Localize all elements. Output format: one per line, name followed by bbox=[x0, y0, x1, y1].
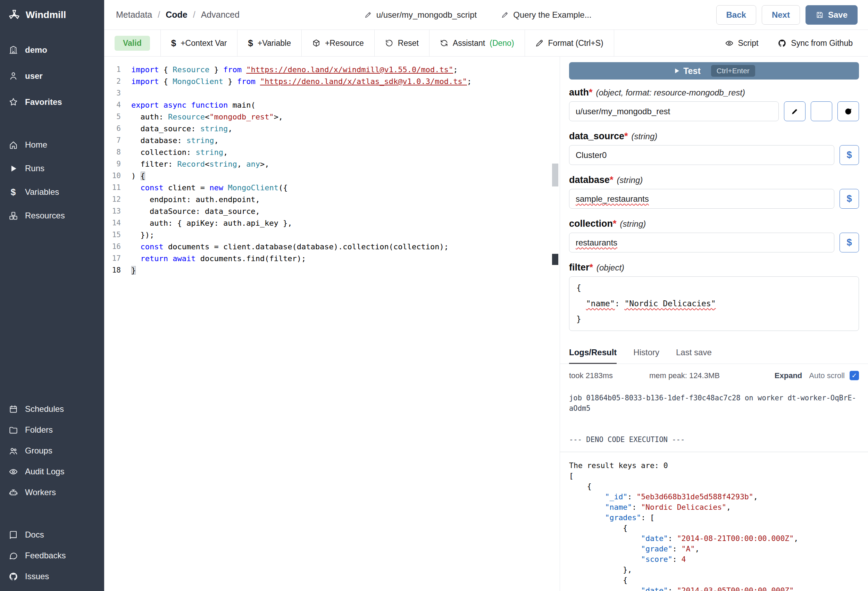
field-type-hint: (string) bbox=[620, 219, 646, 229]
toolbar-context-var[interactable]: $+Context Var bbox=[161, 30, 238, 56]
run-form: auth*(object, format: resource-mongodb_r… bbox=[569, 80, 859, 331]
toolbar-button-label: +Context Var bbox=[180, 38, 227, 48]
json-editor-filter[interactable]: { "name": "Nordic Delicacies"} bbox=[569, 276, 859, 331]
breadcrumb: Metadata/Code/Advanced bbox=[116, 10, 239, 20]
toolbar-format-ctrl-s[interactable]: Format (Ctrl+S) bbox=[525, 30, 614, 56]
field-name: data_source bbox=[569, 131, 624, 142]
user-icon bbox=[8, 71, 18, 81]
edit-resource-button[interactable] bbox=[784, 101, 806, 121]
toolbar-button-label: Assistant bbox=[453, 38, 485, 48]
required-asterisk: * bbox=[624, 131, 628, 142]
sidebar-item-demo[interactable]: demo bbox=[0, 37, 104, 63]
resource-input-row: u/user/my_mongodb_rest bbox=[569, 101, 859, 121]
tab-last-save[interactable]: Last save bbox=[676, 347, 712, 363]
expand-button[interactable]: Expand bbox=[775, 371, 802, 380]
star-icon bbox=[8, 97, 18, 106]
result-line: "score": 4 bbox=[569, 554, 859, 564]
sidebar-item-variables[interactable]: $Variables bbox=[0, 180, 104, 204]
sidebar-item-groups[interactable]: Groups bbox=[0, 440, 104, 461]
breadcrumb-advanced[interactable]: Advanced bbox=[201, 10, 239, 20]
topbar-center: u/user/my_mongodb_script Query the Examp… bbox=[239, 10, 716, 20]
toolbar-resource[interactable]: +Resource bbox=[302, 30, 375, 56]
toolbar-reset[interactable]: Reset bbox=[375, 30, 430, 56]
sidebar-item-feedbacks[interactable]: Feedbacks bbox=[0, 545, 104, 566]
line-number: 15 bbox=[104, 230, 131, 239]
code-text: return await documents.find(filter); bbox=[131, 254, 306, 263]
script-summary[interactable]: Query the Example... bbox=[501, 10, 591, 20]
app-title: Windmill bbox=[26, 9, 66, 21]
sidebar-item-runs[interactable]: Runs bbox=[0, 157, 104, 180]
tab-logs-result[interactable]: Logs/Result bbox=[569, 347, 617, 364]
insert-variable-button[interactable]: $ bbox=[840, 233, 859, 253]
test-button[interactable]: Test Ctrl+Enter bbox=[569, 62, 859, 80]
line-number: 18 bbox=[104, 266, 131, 274]
line-number: 1 bbox=[104, 65, 131, 74]
sidebar-item-resources[interactable]: Resources bbox=[0, 204, 104, 228]
toolbar-button-label: Format (Ctrl+S) bbox=[548, 38, 604, 48]
workspace-logo[interactable]: Windmill bbox=[0, 0, 104, 30]
field-label-database: database*(string) bbox=[569, 175, 859, 185]
line-number: 17 bbox=[104, 254, 131, 263]
text-input-collection[interactable]: restaurants bbox=[569, 233, 834, 253]
toolbar-right: ScriptSync from Github bbox=[725, 30, 868, 56]
resource-picker-input[interactable]: u/user/my_mongodb_rest bbox=[569, 101, 779, 121]
tab-history[interactable]: History bbox=[633, 347, 659, 363]
code-line: 11 const client = new MongoClient({ bbox=[104, 182, 560, 194]
package-icon bbox=[312, 39, 320, 47]
json-line: "name": "Nordic Delicacies" bbox=[576, 296, 852, 312]
breadcrumb-metadata[interactable]: Metadata bbox=[116, 10, 152, 20]
script-summary-label: Query the Example... bbox=[513, 10, 591, 20]
toolbar-variable[interactable]: $+Variable bbox=[238, 30, 302, 56]
sidebar-item-docs[interactable]: Docs bbox=[0, 525, 104, 545]
pencil-icon bbox=[501, 11, 509, 19]
sidebar-item-workers[interactable]: Workers bbox=[0, 482, 104, 503]
refresh-resource-button[interactable] bbox=[837, 101, 859, 121]
text-input-data_source[interactable]: Cluster0 bbox=[569, 145, 834, 165]
sidebar-item-issues[interactable]: Issues bbox=[0, 566, 104, 587]
dollar-icon: $ bbox=[171, 38, 176, 49]
code-line: 17 return await documents.find(filter); bbox=[104, 253, 560, 264]
sidebar-item-audit-logs[interactable]: Audit Logs bbox=[0, 461, 104, 482]
breadcrumb-code[interactable]: Code bbox=[165, 10, 187, 20]
resource-value: u/user/my_mongodb_rest bbox=[576, 106, 670, 116]
field-name: auth bbox=[569, 87, 589, 98]
script-path[interactable]: u/user/my_mongodb_script bbox=[364, 10, 477, 20]
field-type-hint: (object, format: resource-mongodb_rest) bbox=[596, 88, 745, 98]
back-button[interactable]: Back bbox=[716, 5, 756, 25]
required-asterisk: * bbox=[613, 219, 617, 229]
sidebar-item-user[interactable]: user bbox=[0, 63, 104, 89]
line-number: 7 bbox=[104, 136, 131, 145]
insert-variable-button[interactable]: $ bbox=[840, 145, 859, 165]
result-line: "name": "Nordic Delicacies", bbox=[569, 502, 859, 513]
toolbar-sync-from-github[interactable]: Sync from Github bbox=[778, 38, 853, 48]
sidebar-item-folders[interactable]: Folders bbox=[0, 420, 104, 440]
toolbar-script[interactable]: Script bbox=[725, 38, 759, 48]
text-input-database[interactable]: sample_restaurants bbox=[569, 189, 834, 209]
line-number: 4 bbox=[104, 101, 131, 109]
run-panel: Test Ctrl+Enter auth*(object, format: re… bbox=[560, 57, 868, 591]
sidebar-item-home[interactable]: Home bbox=[0, 133, 104, 157]
sidebar-item-schedules[interactable]: Schedules bbox=[0, 399, 104, 420]
add-resource-button[interactable] bbox=[811, 101, 832, 121]
sidebar: Windmill demouserFavoritesHomeRuns$Varia… bbox=[0, 0, 104, 591]
insert-variable-button[interactable]: $ bbox=[840, 189, 859, 209]
topbar-actions: Back Next Save bbox=[716, 5, 858, 25]
windmill-logo-icon bbox=[8, 9, 20, 21]
sidebar-item-favorites[interactable]: Favorites bbox=[0, 89, 104, 115]
editor-scrollbar-thumb[interactable] bbox=[552, 164, 558, 186]
autoscroll-checkbox[interactable]: ✓ bbox=[850, 371, 859, 380]
log-line bbox=[569, 414, 859, 424]
input-value: sample_restaurants bbox=[576, 194, 649, 204]
sidebar-item-label: Home bbox=[25, 140, 47, 150]
next-button[interactable]: Next bbox=[762, 5, 800, 25]
toolbar-assistant[interactable]: Assistant(Deno) bbox=[430, 30, 525, 56]
calendar-icon bbox=[8, 405, 18, 414]
code-editor[interactable]: 1import { Resource } from "https://deno.… bbox=[104, 57, 560, 591]
field-database: database*(string)sample_restaurants$ bbox=[569, 175, 859, 209]
sidebar-group-admin: SchedulesFoldersGroupsAudit LogsWorkers bbox=[0, 399, 104, 503]
assistant-icon bbox=[440, 39, 448, 47]
sidebar-item-label: Workers bbox=[25, 488, 56, 497]
clear-icon[interactable] bbox=[765, 108, 772, 115]
save-button[interactable]: Save bbox=[806, 5, 858, 25]
string-input-row: restaurants$ bbox=[569, 233, 859, 253]
